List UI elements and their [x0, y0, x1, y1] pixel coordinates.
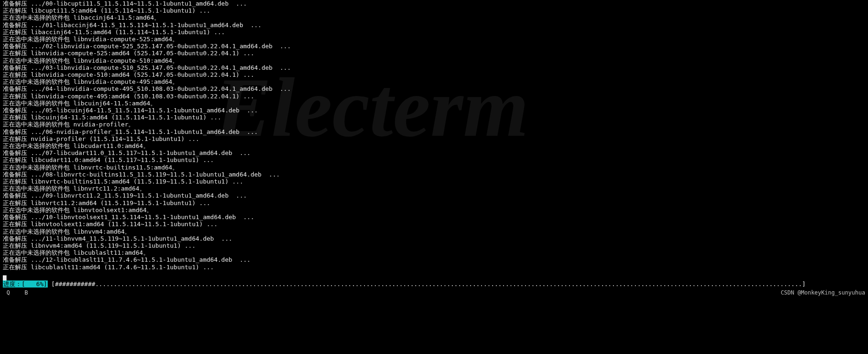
terminal-line: 正在解压 nvidia-profiler (11.5.114~11.5.1-1u…	[3, 135, 865, 142]
terminal-line: 正在解压 libnvrtc11.2:amd64 (11.5.119~11.5.1…	[3, 199, 865, 206]
terminal-line: 正在解压 libaccinj64-11.5:amd64 (11.5.114~11…	[3, 29, 865, 36]
terminal-line: 正在选中未选择的软件包 libnvidia-compute-525:amd64。	[3, 36, 865, 43]
progress-bar: [###########............................…	[48, 280, 806, 288]
terminal-line: 准备解压 .../06-nvidia-profiler_11.5.114~11.…	[3, 128, 865, 135]
hotkey-q[interactable]: Q	[7, 289, 10, 296]
terminal-line: 准备解压 .../11-libnvvm4_11.5.119~11.5.1-1ub…	[3, 235, 865, 242]
terminal-line: 正在解压 libcublaslt11:amd64 (11.7.4.6~11.5.…	[3, 264, 865, 271]
terminal-line: 准备解压 .../05-libcuinj64-11.5_11.5.114~11.…	[3, 107, 865, 114]
terminal-line: 正在解压 libnvidia-compute-525:amd64 (525.14…	[3, 50, 865, 57]
terminal-line: 正在选中未选择的软件包 libnvvm4:amd64。	[3, 228, 865, 235]
terminal-line: 正在解压 libcuinj64-11.5:amd64 (11.5.114~11.…	[3, 114, 865, 121]
terminal-line: 正在选中未选择的软件包 nvidia-profiler。	[3, 121, 865, 128]
terminal-line: 准备解压 .../03-libnvidia-compute-510_525.14…	[3, 64, 865, 71]
progress-label: 进度：[ 6%]	[3, 280, 48, 288]
terminal-line: 准备解压 .../04-libnvidia-compute-495_510.10…	[3, 85, 865, 92]
terminal-line: 正在解压 libnvrtc-builtins11.5:amd64 (11.5.1…	[3, 178, 865, 185]
terminal-line: 正在选中未选择的软件包 libnvidia-compute-495:amd64。	[3, 78, 865, 85]
terminal-line: 正在解压 libnvidia-compute-510:amd64 (525.14…	[3, 71, 865, 78]
terminal-line: 准备解压 .../10-libnvtoolsext1_11.5.114~11.5…	[3, 214, 865, 221]
terminal-line: 准备解压 .../02-libnvidia-compute-525_525.14…	[3, 43, 865, 50]
terminal-window[interactable]: Electerm 准备解压 .../00-libcupti11.5_11.5.1…	[0, 0, 868, 354]
terminal-line: 正在选中未选择的软件包 libaccinj64-11.5:amd64。	[3, 14, 865, 21]
terminal-line: 准备解压 .../00-libcupti11.5_11.5.114~11.5.1…	[3, 0, 865, 7]
terminal-line: 准备解压 .../07-libcudart11.0_11.5.117~11.5.…	[3, 149, 865, 156]
terminal-line: 正在选中未选择的软件包 libnvidia-compute-510:amd64。	[3, 57, 865, 64]
terminal-line: 正在解压 libnvidia-compute-495:amd64 (510.10…	[3, 93, 865, 100]
terminal-line: 准备解压 .../12-libcublaslt11_11.7.4.6~11.5.…	[3, 256, 865, 263]
terminal-line: 准备解压 .../09-libnvrtc11.2_11.5.119~11.5.1…	[3, 192, 865, 199]
terminal-line: 正在解压 libnvtoolsext1:amd64 (11.5.114~11.5…	[3, 221, 865, 228]
hotkey-b[interactable]: B	[24, 289, 28, 296]
terminal-line: 正在解压 libcupti11.5:amd64 (11.5.114~11.5.1…	[3, 7, 865, 14]
terminal-line: 正在选中未选择的软件包 libcudart11.0:amd64。	[3, 142, 865, 149]
attribution-text: CSDN @MonkeyKing_sunyuhua	[780, 289, 865, 296]
terminal-line: 正在解压 libnvvm4:amd64 (11.5.119~11.5.1-1ub…	[3, 242, 865, 249]
terminal-line: 正在选中未选择的软件包 libcublaslt11:amd64。	[3, 249, 865, 256]
terminal-line: 准备解压 .../01-libaccinj64-11.5_11.5.114~11…	[3, 22, 865, 29]
terminal-line: 准备解压 .../08-libnvrtc-builtins11.5_11.5.1…	[3, 171, 865, 178]
terminal-line: 正在选中未选择的软件包 libnvtoolsext1:amd64。	[3, 206, 865, 214]
progress-row: 进度：[ 6%] [###########...................…	[3, 280, 865, 288]
terminal-line: 正在选中未选择的软件包 libnvrtc11.2:amd64。	[3, 185, 865, 192]
terminal-line: 正在选中未选择的软件包 libnvrtc-builtins11.5:amd64。	[3, 164, 865, 171]
terminal-line: 正在选中未选择的软件包 libcuinj64-11.5:amd64。	[3, 100, 865, 107]
terminal-line: 正在解压 libcudart11.0:amd64 (11.5.117~11.5.…	[3, 156, 865, 163]
terminal-output[interactable]: 准备解压 .../00-libcupti11.5_11.5.114~11.5.1…	[0, 0, 868, 277]
bottom-bar: Q B	[0, 289, 868, 298]
